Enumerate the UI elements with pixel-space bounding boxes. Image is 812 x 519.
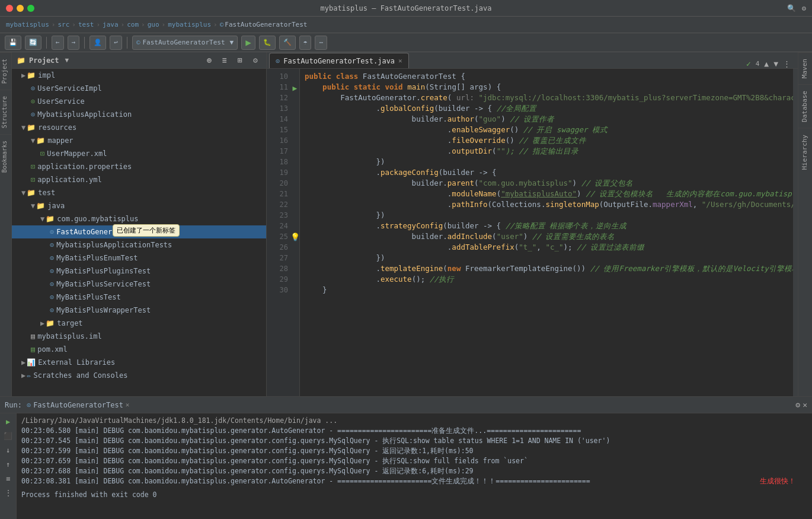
scroll-gutter[interactable] bbox=[793, 69, 798, 396]
folder-icon-target: 📁 bbox=[46, 319, 55, 327]
tree-item-label: External Libraries bbox=[38, 358, 115, 367]
back-button[interactable]: ← bbox=[52, 36, 64, 50]
coverage-button[interactable]: ☂ bbox=[299, 36, 312, 50]
build-button[interactable]: 🔨 bbox=[279, 36, 296, 50]
run-side-toolbar: ▶ ⬛ ↓ ↑ ≡ ⋮ bbox=[0, 413, 17, 519]
gutter: ▶ 💡 bbox=[290, 69, 300, 396]
window-controls[interactable] bbox=[6, 5, 34, 12]
folder-expand-icon: ▶ bbox=[40, 319, 44, 327]
sidebar-tab-bookmarks[interactable]: Bookmarks bbox=[0, 134, 11, 179]
prop-icon-app-yml: ⊡ bbox=[31, 176, 35, 184]
run-stop-button[interactable]: ⬛ bbox=[2, 430, 14, 442]
run-more-button[interactable]: ⋮ bbox=[2, 487, 14, 499]
user-icon[interactable]: 👤 bbox=[89, 36, 106, 50]
tree-item-external-libs[interactable]: ▶ 📊 External Libraries bbox=[12, 356, 266, 369]
right-tab-maven[interactable]: Maven bbox=[798, 52, 812, 84]
tree-item-test[interactable]: ▼ 📁 test bbox=[12, 186, 266, 199]
run-tab-close-icon[interactable]: ✕ bbox=[126, 401, 130, 409]
code-line-15: .enableSwagger() // 开启 swagger 模式 bbox=[305, 125, 793, 135]
breadcrumb-item-2[interactable]: src bbox=[57, 21, 69, 28]
tree-item-target[interactable]: ▶ 📁 target bbox=[12, 317, 266, 330]
sync-button[interactable]: 🔄 bbox=[25, 36, 41, 50]
tree-item-userserviceimpl[interactable]: ⊙ UserServiceImpl bbox=[12, 82, 266, 95]
bulb-icon[interactable]: 💡 bbox=[290, 233, 300, 241]
run-button[interactable]: ▶ bbox=[241, 36, 255, 50]
breadcrumb-item-8[interactable]: ©FastAutoGeneratorTest bbox=[220, 21, 308, 28]
tree-item-plugins-test[interactable]: ⊙ MyBatisPlusPluginsTest bbox=[12, 265, 266, 278]
tree-item-scratches[interactable]: ▶ ✏ Scratches and Consoles bbox=[12, 369, 266, 382]
search-icon[interactable]: 🔍 bbox=[787, 4, 796, 12]
tree-item-usermapper[interactable]: ⊡ UserMapper.xml bbox=[12, 147, 266, 160]
tree-item-pom[interactable]: ▤ pom.xml bbox=[12, 343, 266, 356]
minimize-button[interactable] bbox=[17, 5, 24, 12]
tree-item-service-test[interactable]: ⊙ MyBatisPlusServiceTest bbox=[12, 278, 266, 291]
run-panel-settings-icon[interactable]: ⚙ bbox=[795, 400, 800, 409]
breadcrumb-item-6[interactable]: guo bbox=[148, 21, 159, 28]
tree-item-com-folder[interactable]: ▼ 📁 com.guo.mybatisplus bbox=[12, 212, 266, 225]
sidebar-tab-structure[interactable]: Structure bbox=[0, 90, 11, 134]
tree-item-app-yml[interactable]: ⊡ application.yml bbox=[12, 173, 266, 186]
down-arrow-icon[interactable]: ▼ bbox=[773, 59, 778, 68]
debug-button[interactable]: 🐛 bbox=[259, 36, 276, 50]
forward-button[interactable]: → bbox=[68, 36, 80, 50]
xml-icon-usermapper: ⊡ bbox=[40, 149, 44, 158]
run-config-selector[interactable]: © FastAutoGeneratorTest ▼ bbox=[132, 36, 238, 50]
tree-item-java-folder[interactable]: ▼ 📁 java bbox=[12, 199, 266, 212]
expand-button[interactable]: ⊞ bbox=[234, 55, 246, 66]
project-dropdown[interactable]: ▼ bbox=[65, 56, 69, 64]
tree-item-wrapper-test[interactable]: ⊙ MyBatisPlusWrapperTest bbox=[12, 304, 266, 317]
run-arrow-icon[interactable]: ▶ bbox=[293, 84, 298, 93]
tree-item-app-properties[interactable]: ⊡ application.properties bbox=[12, 160, 266, 173]
run-tab[interactable]: ⊙ FastAutoGeneratorTest ✕ bbox=[27, 401, 130, 409]
tree-item-fastautogenerator[interactable]: ⊙ FastAutoGeneratorTest 已创建了一个新标签 bbox=[12, 225, 266, 238]
run-panel-close-icon[interactable]: ✕ bbox=[803, 400, 807, 409]
tree-item-mybatisplus-app-tests[interactable]: ⊙ MybatisplusApplicationTests bbox=[12, 238, 266, 251]
tree-item-label: MyBatisPlusTest bbox=[56, 293, 120, 301]
run-filter-button[interactable]: ≡ bbox=[2, 473, 14, 485]
line-numbers: 10 11 12 13 14 15 16 17 18 19 20 21 22 2… bbox=[267, 69, 290, 396]
breadcrumb-item-3[interactable]: test bbox=[78, 21, 94, 28]
run-output[interactable]: /Library/Java/JavaVirtualMachines/jdk1.8… bbox=[17, 413, 812, 519]
project-header: 📁 Project ▼ ⊕ ≡ ⊞ ⚙ bbox=[12, 52, 266, 69]
tree-item-mybatisplusapp[interactable]: ⊙ MybatisplusApplication bbox=[12, 108, 266, 121]
check-count: 4 bbox=[756, 60, 760, 68]
tree-item-label: mapper bbox=[47, 136, 73, 145]
settings-icon[interactable]: ⚙ bbox=[802, 4, 806, 12]
tree-item-mybatisplus-test[interactable]: ⊙ MyBatisPlusTest bbox=[12, 291, 266, 304]
run-restart-button[interactable]: ▶ bbox=[2, 416, 14, 428]
code-line-13: .globalConfig(builder -> { //全局配置 bbox=[305, 103, 793, 114]
right-tab-database[interactable]: Database bbox=[798, 84, 812, 128]
tree-item-iml[interactable]: ▤ mybatisplus.iml bbox=[12, 330, 266, 343]
collapse-button[interactable]: ≡ bbox=[219, 55, 231, 66]
code-line-18: }) bbox=[305, 157, 793, 167]
maximize-button[interactable] bbox=[27, 5, 34, 12]
up-arrow-icon[interactable]: ▲ bbox=[764, 59, 769, 68]
tree-item-resources[interactable]: ▼ 📁 resources bbox=[12, 121, 266, 134]
more-button[interactable]: ⋯ bbox=[315, 36, 327, 50]
locate-button[interactable]: ⊕ bbox=[203, 55, 215, 66]
folder-expand-icon: ▼ bbox=[40, 215, 44, 223]
code-content[interactable]: public class FastAutoGeneratorTest { pub… bbox=[300, 69, 793, 396]
run-scroll-end-button[interactable]: ↓ bbox=[2, 444, 14, 456]
tree-item-impl[interactable]: ▶ 📁 impl bbox=[12, 69, 266, 82]
tree-item-enum-test[interactable]: ⊙ MyBatisPlusEnumTest bbox=[12, 251, 266, 265]
undo-button[interactable]: ↩ bbox=[110, 36, 122, 50]
java-icon-apptest: ⊙ bbox=[50, 241, 54, 249]
run-up-button[interactable]: ↑ bbox=[2, 458, 14, 470]
settings-gear-icon[interactable]: ⚙ bbox=[250, 55, 261, 66]
breadcrumb-item-7[interactable]: mybatisplus bbox=[168, 21, 211, 28]
breadcrumb-item-1[interactable]: mybatisplus bbox=[6, 21, 49, 28]
tree-item-mapper-folder[interactable]: ▼ 📁 mapper bbox=[12, 134, 266, 147]
save-all-button[interactable]: 💾 bbox=[5, 36, 21, 50]
tree-item-userservice[interactable]: ⊙ UserService bbox=[12, 95, 266, 108]
tab-fastautogenerator[interactable]: ⊙ FastAutoGeneratorTest.java ✕ bbox=[269, 53, 409, 68]
breadcrumb-item-5[interactable]: com bbox=[127, 21, 139, 28]
editor-settings-icon[interactable]: ⋮ bbox=[783, 59, 791, 68]
right-tab-hierarchy[interactable]: Hierarchy bbox=[798, 128, 812, 176]
sidebar-tab-project[interactable]: Project bbox=[0, 52, 11, 90]
code-line-23: }) bbox=[305, 210, 793, 221]
project-folder-icon: 📁 bbox=[17, 56, 25, 65]
breadcrumb-item-4[interactable]: java bbox=[103, 21, 119, 28]
close-button[interactable] bbox=[6, 5, 13, 12]
tab-close-icon[interactable]: ✕ bbox=[398, 57, 402, 65]
